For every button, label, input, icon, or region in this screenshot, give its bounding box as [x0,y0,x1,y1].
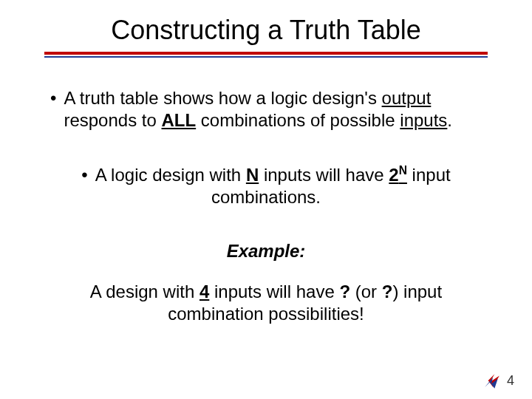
bullet1-text: combinations of possible [196,110,400,130]
bullet2-text: A logic design with [95,165,246,185]
title-rule-red [44,52,488,55]
bullet1-inputs: inputs [400,110,447,130]
bullet1-text: responds to [64,110,161,130]
bullet-dot: • [44,87,56,132]
bullet-2: •A logic design with N inputs will have … [44,164,488,208]
bullet-dot: • [81,165,87,185]
slide-footer: 4 [482,371,514,390]
bullet-1: • A truth table shows how a logic design… [44,87,488,132]
slide-title: Constructing a Truth Table [44,15,488,46]
example-text: A design with 4 inputs will have ? (or ?… [44,281,488,325]
logo-icon [482,371,501,390]
bullet2-N: N [246,165,259,185]
title-rule-blue [44,56,488,58]
example-q2: ? [382,282,393,301]
example-label: Example: [44,241,488,262]
bullet2-text: inputs will have [259,165,389,185]
example-q1: ? [339,282,350,301]
page-number: 4 [507,373,514,389]
bullet1-output: output [382,88,432,108]
bullet1-text: A truth table shows how a logic design's [64,88,381,108]
example-four: 4 [200,282,209,301]
bullet1-text: . [447,110,452,130]
bullet2-two-to-N: 2N [389,165,407,185]
bullet1-all: ALL [162,110,197,130]
